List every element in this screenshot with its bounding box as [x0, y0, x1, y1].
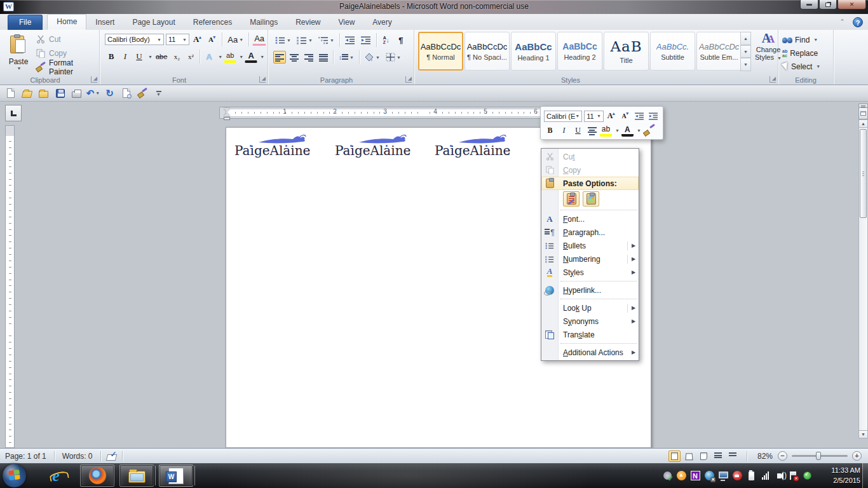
tray-signal-icon[interactable]: [760, 471, 770, 481]
tray-update-icon[interactable]: [676, 471, 686, 481]
folder-icon[interactable]: [38, 88, 49, 98]
tab-home[interactable]: Home: [47, 14, 86, 30]
change-case-button[interactable]: Aa▼: [226, 33, 245, 46]
borders-button[interactable]: ▼: [384, 51, 403, 64]
outline-view-button[interactable]: [712, 451, 724, 462]
save-icon[interactable]: [55, 88, 65, 98]
print-layout-view-button[interactable]: [668, 451, 681, 462]
zoom-slider-thumb[interactable]: [816, 452, 821, 460]
menu-item-hyperlink[interactable]: Hyperlink...: [541, 283, 639, 297]
paragraph-dialog-launcher-icon[interactable]: ◢: [405, 76, 412, 83]
shading-button[interactable]: ▼: [363, 51, 382, 64]
taskbar-clock[interactable]: 11:33 AM 2/5/2015: [818, 465, 860, 485]
zoom-level[interactable]: 82%: [755, 452, 775, 461]
menu-item-cut[interactable]: Cut: [541, 150, 639, 163]
justify-button[interactable]: [317, 51, 330, 64]
minimize-ribbon-icon[interactable]: ⌃: [838, 19, 846, 26]
style-subtle-emphasis[interactable]: AaBbCcDcSubtle Em...: [696, 32, 742, 71]
bullets-button[interactable]: ▼: [273, 34, 293, 46]
mini-italic-button[interactable]: I: [558, 125, 570, 137]
mini-font-color-dropdown-icon[interactable]: ▼: [637, 128, 641, 133]
tab-page-layout[interactable]: Page Layout: [123, 15, 184, 30]
grow-font-button[interactable]: A▲: [191, 33, 204, 46]
scroll-down-icon[interactable]: ▼: [858, 430, 868, 438]
restore-button[interactable]: [819, 0, 837, 10]
multilevel-list-button[interactable]: ▼: [316, 34, 336, 46]
menu-item-font[interactable]: A Font...: [541, 212, 639, 226]
menu-item-bullets[interactable]: Bullets ▶: [541, 239, 639, 252]
sort-button[interactable]: AZ↓: [380, 34, 393, 46]
help-icon[interactable]: ?: [853, 17, 863, 27]
qat-more-commands-icon[interactable]: ▼: [153, 88, 164, 98]
tab-references[interactable]: References: [184, 15, 241, 30]
style-no-spacing[interactable]: AaBbCcDc¶ No Spaci...: [465, 32, 510, 71]
mini-grow-font-button[interactable]: A▲: [606, 110, 618, 122]
mini-shrink-font-button[interactable]: A▼: [620, 110, 632, 122]
tray-security-icon[interactable]: [732, 471, 742, 481]
align-center-button[interactable]: [288, 51, 301, 64]
find-button[interactable]: Find▼: [780, 33, 820, 46]
zoom-out-button[interactable]: −: [778, 451, 787, 461]
word-count[interactable]: Words: 0: [60, 452, 95, 461]
menu-item-translate[interactable]: Translate: [541, 328, 639, 341]
left-indent-marker[interactable]: [224, 117, 230, 120]
style-heading1[interactable]: AaBbCcHeading 1: [511, 32, 556, 71]
tray-certificate-icon[interactable]: [802, 471, 812, 481]
mini-bold-button[interactable]: B: [544, 125, 556, 137]
proofing-status-icon[interactable]: [106, 452, 117, 461]
tab-stop-selector[interactable]: [5, 105, 22, 121]
subscript-button[interactable]: x₂: [170, 50, 183, 63]
mini-center-button[interactable]: [586, 125, 598, 137]
text-effects-dropdown-icon[interactable]: ▼: [218, 55, 222, 59]
align-left-button[interactable]: [273, 51, 286, 64]
clipboard-dialog-launcher-icon[interactable]: ◢: [91, 76, 97, 83]
paste-as-picture-button[interactable]: [583, 191, 599, 207]
font-color-button[interactable]: A: [245, 50, 257, 63]
shrink-font-button[interactable]: A▼: [206, 33, 219, 46]
tray-volume-icon[interactable]: [774, 471, 784, 481]
split-window-handle[interactable]: [858, 104, 868, 108]
paste-keep-formatting-button[interactable]: [563, 191, 580, 207]
redo-icon[interactable]: ↻: [104, 88, 115, 98]
tab-view[interactable]: View: [330, 15, 364, 30]
taskbar-internet-explorer[interactable]: e: [39, 464, 72, 487]
web-layout-view-button[interactable]: [698, 451, 710, 462]
tab-avery[interactable]: Avery: [363, 15, 400, 30]
font-dialog-launcher-icon[interactable]: ◢: [259, 76, 266, 83]
tab-review[interactable]: Review: [287, 15, 329, 30]
vertical-scrollbar[interactable]: ▲ ▼: [858, 104, 868, 448]
undo-icon[interactable]: ↶▼: [88, 88, 98, 98]
tray-sync-icon[interactable]: [662, 471, 672, 481]
line-spacing-button[interactable]: ↕▼: [337, 51, 356, 64]
tray-display-icon[interactable]: [718, 471, 728, 481]
numbering-button[interactable]: ▼: [295, 34, 315, 46]
tray-onenote-icon[interactable]: N: [690, 471, 700, 481]
open-icon[interactable]: [22, 88, 32, 98]
paste-button[interactable]: Paste ▼: [4, 32, 32, 80]
underline-button[interactable]: U: [133, 50, 146, 63]
highlight-button[interactable]: ab: [224, 50, 236, 63]
scrollbar-thumb[interactable]: [860, 129, 867, 218]
font-color-dropdown-icon[interactable]: ▼: [260, 55, 264, 59]
menu-item-paragraph[interactable]: ¶ Paragraph...: [541, 226, 639, 239]
hanging-indent-marker[interactable]: [224, 112, 230, 116]
style-title[interactable]: AaBTitle: [604, 32, 649, 71]
menu-item-synonyms[interactable]: Synonyms ▶: [541, 315, 639, 328]
menu-item-styles[interactable]: A Styles ▶: [541, 266, 639, 279]
style-heading2[interactable]: AaBbCcHeading 2: [557, 32, 602, 71]
style-normal[interactable]: AaBbCcDc¶ Normal: [418, 32, 463, 71]
style-subtitle[interactable]: AaBbCc.Subtitle: [650, 32, 695, 71]
align-right-button[interactable]: [302, 51, 315, 64]
styles-gallery-more-icon[interactable]: ▼: [740, 58, 751, 71]
tray-action-center-icon[interactable]: ✕: [788, 471, 798, 481]
format-painter-button[interactable]: Format Painter: [36, 60, 99, 74]
start-button[interactable]: [3, 464, 26, 487]
increase-indent-button[interactable]: [359, 34, 373, 46]
fullscreen-reading-view-button[interactable]: [683, 451, 695, 462]
taskbar-explorer[interactable]: [119, 464, 154, 487]
text-effects-button[interactable]: A: [203, 50, 215, 63]
replace-button[interactable]: abacReplace: [780, 46, 820, 60]
mini-decrease-indent-button[interactable]: [634, 110, 646, 122]
mini-underline-button[interactable]: U: [572, 125, 584, 137]
quick-print-icon[interactable]: [71, 88, 82, 98]
